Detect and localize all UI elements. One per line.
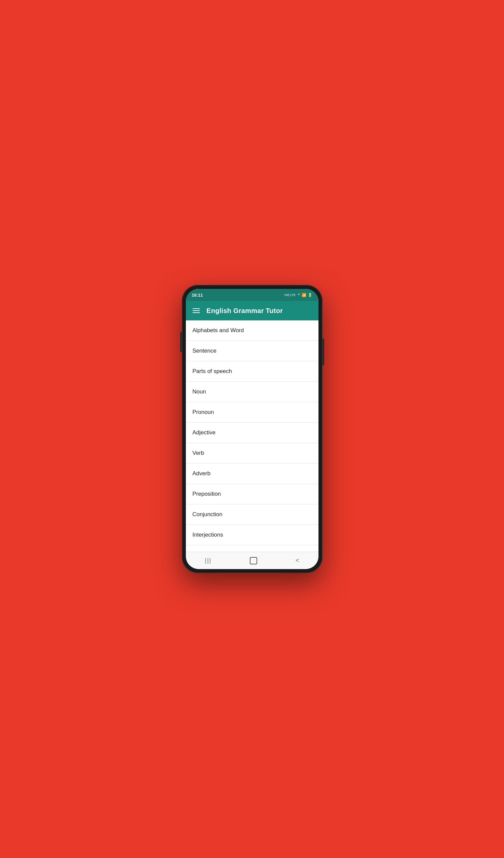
menu-item-alphabets[interactable]: Alphabets and Word [186,320,319,341]
menu-item-label: Parts of speech [193,368,232,375]
nav-bar: ||| < [186,552,319,569]
menu-item-preposition[interactable]: Preposition [186,484,319,504]
back-button[interactable]: < [289,554,306,567]
app-title: English Grammar Tutor [207,307,283,315]
menu-item-interjections[interactable]: Interjections [186,525,319,545]
menu-item-label: Verb [193,450,204,456]
status-time: 16:11 [192,292,203,298]
menu-item-verb[interactable]: Verb [186,443,319,463]
home-icon [250,557,257,565]
status-bar: 16:11 Vol) LTE ⁴⁵ 📶 🔋 [186,289,319,301]
menu-list: Alphabets and Word Sentence Parts of spe… [186,320,319,552]
menu-item-sentence[interactable]: Sentence [186,341,319,361]
menu-item-parts-of-speech[interactable]: Parts of speech [186,361,319,382]
menu-item-label: Pronoun [193,409,214,415]
signal-icon: Vol) LTE [284,293,296,297]
status-icons: Vol) LTE ⁴⁵ 📶 🔋 [284,293,312,297]
menu-item-label: Interjections [193,531,223,538]
menu-item-label: Alphabets and Word [193,327,244,333]
menu-item-label: Noun [193,388,206,395]
battery-icon: 🔋 [308,293,312,297]
menu-item-pronoun[interactable]: Pronoun [186,402,319,423]
menu-button[interactable] [191,307,201,314]
menu-item-adverb[interactable]: Adverb [186,463,319,484]
wifi-icon: 📶 [302,293,306,297]
phone-screen: 16:11 Vol) LTE ⁴⁵ 📶 🔋 English Grammar Tu… [186,289,319,569]
data-icon: ⁴⁵ [298,293,300,297]
menu-item-label: Adjective [193,429,216,436]
back-icon: < [296,557,299,564]
recents-button[interactable]: ||| [198,554,218,567]
menu-item-tense[interactable]: Tense [186,545,319,552]
menu-item-noun[interactable]: Noun [186,382,319,402]
menu-item-label: Preposition [193,491,221,497]
recents-icon: ||| [205,557,212,564]
menu-item-label: Conjunction [193,511,223,518]
menu-item-conjunction[interactable]: Conjunction [186,504,319,525]
menu-item-label: Sentence [193,348,217,354]
home-button[interactable] [243,554,264,567]
menu-item-label: Adverb [193,470,211,477]
phone-device: 16:11 Vol) LTE ⁴⁵ 📶 🔋 English Grammar Tu… [182,285,323,573]
menu-item-adjective[interactable]: Adjective [186,423,319,443]
app-bar: English Grammar Tutor [186,301,319,320]
